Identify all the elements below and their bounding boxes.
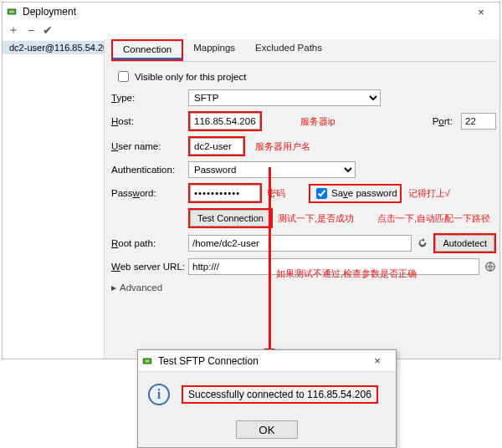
host-input[interactable] [190, 113, 260, 130]
type-label: Type: [111, 93, 188, 103]
save-password-label: Save password [331, 188, 397, 198]
type-select[interactable]: SFTP [188, 89, 381, 106]
password-label: Password: [111, 188, 188, 198]
password-input[interactable] [190, 185, 260, 201]
advanced-section-toggle[interactable]: ▸Advanced [111, 282, 496, 293]
server-list: dc2-user@116.85.54.20 [3, 39, 105, 359]
svg-rect-1 [9, 10, 15, 13]
host-label: Host: [111, 116, 188, 126]
auth-select[interactable]: Password [188, 161, 356, 178]
anno-user: 服务器用户名 [255, 140, 310, 153]
root-input[interactable] [188, 235, 412, 252]
web-label: Web server URL: [111, 262, 188, 272]
connection-panel: Connection Mappings Excluded Paths Visib… [105, 39, 499, 359]
info-icon: i [148, 384, 170, 405]
refresh-icon[interactable] [417, 237, 428, 249]
sidebar-toolbar: ＋ − ✔ [3, 21, 499, 39]
deployment-window: Deployment × ＋ − ✔ dc2-user@116.85.54.20… [2, 2, 500, 359]
chevron-right-icon: ▸ [111, 282, 116, 293]
visible-only-checkbox[interactable] [118, 71, 129, 82]
dialog-message: Successfully connected to 116.85.54.206 [188, 389, 371, 400]
anno-savepw: 记得打上√ [408, 187, 450, 200]
remove-button[interactable]: − [28, 23, 34, 37]
user-input[interactable] [190, 138, 243, 155]
visible-only-label: Visible only for this project [135, 72, 246, 82]
test-connection-button[interactable]: Test Connection [190, 210, 271, 227]
anno-test: 测试一下,是否成功 [278, 212, 354, 225]
user-label: User name: [111, 141, 188, 151]
anno-arrow-text: 如果测试不通过,检查参数是否正确 [276, 267, 417, 280]
auth-label: Authentication: [111, 165, 188, 175]
annotation-arrow [269, 167, 270, 353]
tab-bar: Connection Mappings Excluded Paths [111, 39, 496, 62]
dialog-title: Test SFTP Connection [158, 355, 362, 367]
autodetect-button[interactable]: Autodetect [435, 235, 494, 252]
add-button[interactable]: ＋ [8, 23, 19, 38]
server-label: dc2-user@116.85.54.20 [9, 43, 104, 53]
tab-mappings[interactable]: Mappings [183, 39, 245, 61]
save-password-checkbox[interactable] [316, 188, 327, 199]
tab-connection[interactable]: Connection [113, 41, 182, 59]
window-titlebar: Deployment × [3, 3, 499, 21]
window-body: dc2-user@116.85.54.20 Connection Mapping… [3, 39, 499, 359]
app-icon [141, 355, 153, 367]
svg-rect-4 [145, 359, 151, 363]
anno-autodetect: 点击一下,自动匹配一下路径 [377, 212, 490, 225]
anno-host: 服务器ip [300, 115, 336, 128]
root-label: Root path: [111, 238, 188, 248]
test-connection-dialog: Test SFTP Connection × i Successfully co… [137, 349, 397, 448]
tab-excluded[interactable]: Excluded Paths [245, 39, 332, 61]
port-input[interactable] [461, 113, 496, 130]
dialog-ok-button[interactable]: OK [236, 420, 298, 439]
check-button[interactable]: ✔ [43, 23, 53, 37]
app-icon [6, 6, 18, 18]
port-label: Port: [433, 116, 453, 126]
window-title: Deployment [23, 6, 466, 18]
window-close-button[interactable]: × [466, 6, 496, 18]
server-item[interactable]: dc2-user@116.85.54.20 [3, 41, 104, 54]
globe-icon[interactable] [484, 261, 496, 272]
dialog-close-button[interactable]: × [362, 354, 392, 367]
